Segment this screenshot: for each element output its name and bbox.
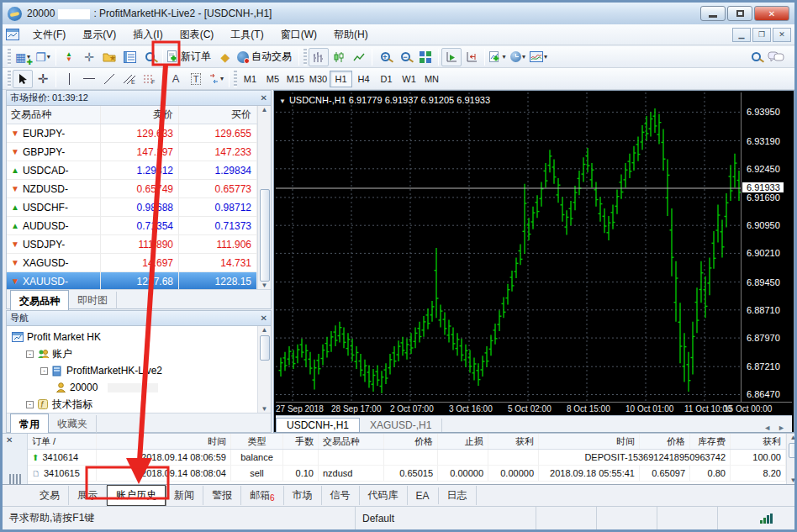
market-watch-button[interactable]: ▲▼ xyxy=(59,48,79,66)
indicators-button[interactable]: ▾ xyxy=(488,48,508,66)
menu-图表(C)[interactable]: 图表(C) xyxy=(172,25,223,45)
new-chart-button[interactable]: ▦✚▾ xyxy=(13,48,33,66)
terminal-column-header[interactable]: 获利 xyxy=(731,434,786,449)
cursor-button[interactable] xyxy=(13,70,33,88)
timeframe-M1[interactable]: M1 xyxy=(239,71,261,87)
periods-button[interactable]: ▾ xyxy=(508,48,528,66)
candlestick-button[interactable] xyxy=(329,48,349,66)
strategy-tester-button[interactable] xyxy=(140,48,160,66)
terminal-scrollbar[interactable]: ▲ ▼ xyxy=(786,434,797,484)
auto-scroll-button[interactable] xyxy=(441,48,462,66)
scroll-right-icon[interactable]: ► xyxy=(778,424,785,432)
terminal-column-header[interactable]: 时间 xyxy=(539,434,640,449)
bar-chart-button[interactable] xyxy=(309,48,329,66)
market-watch-close-icon[interactable]: ✕ xyxy=(261,93,267,103)
terminal-column-header[interactable]: 库存费 xyxy=(690,434,731,449)
menu-文件(F)[interactable]: 文件(F) xyxy=(24,25,74,45)
scroll-thumb[interactable] xyxy=(260,335,270,361)
market-watch-row[interactable]: ▼XAGUSD-14.69714.731 xyxy=(7,254,257,272)
scroll-thumb[interactable] xyxy=(260,189,270,282)
child-close-button[interactable]: ✕ xyxy=(773,28,791,42)
market-watch-row[interactable]: ▼USDJPY-111.890111.906 xyxy=(7,235,257,254)
market-watch-row[interactable]: ▼GBPJPY-147.197147.233 xyxy=(7,143,257,161)
terminal-column-header[interactable]: 止损 xyxy=(438,434,488,449)
menu-工具(T)[interactable]: 工具(T) xyxy=(222,25,272,45)
metaeditor-button[interactable]: ◆ xyxy=(215,48,235,66)
market-watch-row[interactable]: ▼XAUUSD-1227.681228.15 xyxy=(7,272,257,289)
scroll-thumb[interactable] xyxy=(789,443,797,458)
menu-帮助(H)[interactable]: 帮助(H) xyxy=(325,25,377,45)
menu-窗口(W)[interactable]: 窗口(W) xyxy=(272,25,325,45)
timeframe-H1[interactable]: H1 xyxy=(330,71,352,87)
status-profile[interactable]: Default xyxy=(356,507,536,529)
terminal-tab-警报[interactable]: 警报 xyxy=(203,486,241,505)
tree-expander-icon[interactable]: - xyxy=(26,401,34,408)
terminal-tab-新闻[interactable]: 新闻 xyxy=(166,486,203,505)
timeframe-M15[interactable]: M15 xyxy=(284,71,307,87)
terminal-button[interactable] xyxy=(119,48,140,66)
chart-plot-area[interactable]: ▼USDCNH-,H1 6.91779 6.91937 6.91205 6.91… xyxy=(276,92,741,402)
market-watch-row[interactable]: ▲USDCAD-1.298121.29834 xyxy=(7,161,257,180)
tree-expander-icon[interactable]: - xyxy=(40,367,48,375)
scroll-left-icon[interactable]: ◄ xyxy=(763,424,771,432)
scroll-up-icon[interactable]: ▲ xyxy=(790,434,797,441)
scroll-down-icon[interactable]: ▼ xyxy=(261,405,268,413)
restore-button[interactable] xyxy=(727,6,752,21)
menu-插入(I)[interactable]: 插入(I) xyxy=(124,25,171,45)
chart-price-axis[interactable]: 6.939506.931906.924506.916906.909506.902… xyxy=(741,92,792,402)
terminal-tab-EA[interactable]: EA xyxy=(408,487,439,504)
templates-button[interactable]: ▾ xyxy=(528,48,549,66)
terminal-tab-市场[interactable]: 市场 xyxy=(284,486,322,505)
data-window-button[interactable]: ✛ xyxy=(79,48,99,66)
terminal-column-header[interactable]: 交易品种 xyxy=(319,434,384,449)
panel-handle-icon[interactable] xyxy=(9,474,21,484)
timeframe-D1[interactable]: D1 xyxy=(375,71,398,87)
terminal-column-header[interactable]: 手数 xyxy=(283,434,319,449)
profiles-button[interactable]: ❐▾ xyxy=(33,48,53,66)
zoom-out-button[interactable]: − xyxy=(395,48,415,66)
tree-expander-icon[interactable]: - xyxy=(26,350,34,358)
menu-显示(V)[interactable]: 显示(V) xyxy=(74,25,124,45)
market-watch-row[interactable]: ▲AUDUSD-0.713540.71373 xyxy=(7,217,257,235)
terminal-column-header[interactable]: 时间 xyxy=(97,434,231,449)
navigator-item-20000[interactable]: 20000 xyxy=(8,379,257,396)
terminal-tab-展示[interactable]: 展示 xyxy=(69,486,107,505)
close-button[interactable]: ✕ xyxy=(754,6,789,21)
navigator-scrollbar[interactable]: ▲ ▼ xyxy=(257,326,271,413)
navigator-item-Profit Market HK[interactable]: Profit Market HK xyxy=(8,329,257,345)
search-button[interactable] xyxy=(746,48,766,66)
terminal-column-header[interactable]: 订单 / xyxy=(28,434,97,449)
fibonacci-button[interactable]: F xyxy=(140,70,160,88)
navigator-item-账户[interactable]: -账户 xyxy=(8,345,257,362)
scroll-down-icon[interactable]: ▼ xyxy=(790,477,797,484)
terminal-close-icon[interactable]: ✕ xyxy=(6,435,13,445)
crosshair-button[interactable]: ✛ xyxy=(33,70,53,88)
terminal-tab-交易[interactable]: 交易 xyxy=(31,486,69,505)
text-label-button[interactable]: T xyxy=(186,70,206,88)
terminal-tab-代码库[interactable]: 代码库 xyxy=(360,486,408,505)
terminal-column-header[interactable]: 获利 xyxy=(488,434,539,449)
timeframe-MN[interactable]: MN xyxy=(420,71,443,87)
timeframe-W1[interactable]: W1 xyxy=(398,71,420,87)
equidistant-channel-button[interactable]: E xyxy=(119,70,140,88)
new-order-button[interactable]: 新订单 xyxy=(166,48,215,66)
navigator-tab-常用[interactable]: 常用 xyxy=(10,413,49,434)
market-watch-tab-即时图[interactable]: 即时图 xyxy=(69,292,117,309)
navigator-close-icon[interactable]: ✕ xyxy=(261,313,267,323)
terminal-column-header[interactable]: 类型 xyxy=(231,434,283,449)
chart-tab-XAGUSD-,H1[interactable]: XAGUSD-,H1 xyxy=(360,419,442,432)
history-row-3410615[interactable]: 🗋34106152018.09.14 08:08:04sell0.10nzdus… xyxy=(28,466,786,482)
autotrading-button[interactable]: 自动交易 xyxy=(235,48,296,66)
history-row-3410614[interactable]: ⬆34106142018.09.14 08:06:59balanceDEPOSI… xyxy=(28,450,786,466)
trendline-button[interactable] xyxy=(99,70,119,88)
horizontal-line-button[interactable] xyxy=(79,70,99,88)
market-watch-tab-交易品种[interactable]: 交易品种 xyxy=(10,290,69,310)
chart-collapse-icon[interactable]: ▼ xyxy=(279,97,286,105)
toolbar-grip[interactable] xyxy=(8,49,11,66)
timeframe-H4[interactable]: H4 xyxy=(352,71,375,87)
market-watch-row[interactable]: ▲USDCHF-0.986880.98712 xyxy=(7,198,257,217)
zoom-in-button[interactable]: + xyxy=(375,48,395,66)
community-chat-button[interactable] xyxy=(766,48,786,66)
navigator-button[interactable]: ★ xyxy=(99,48,119,66)
terminal-tab-账户历史[interactable]: 账户历史 xyxy=(107,485,166,506)
